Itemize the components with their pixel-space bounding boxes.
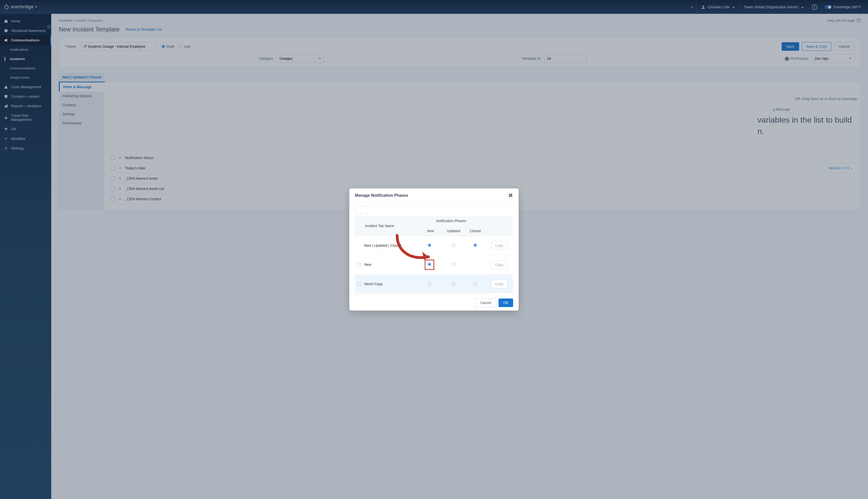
radio-updated[interactable] [452,263,455,266]
radio-new[interactable] [428,243,431,247]
phase-name: New [364,263,371,267]
modal-title: Manage Notification Phases [355,193,408,198]
phase-name: New | Updated | Closed [364,243,401,247]
radio-updated[interactable] [452,282,455,285]
col-tab-name: Incident Tab Name [355,216,417,236]
phase-toolbar-button[interactable] [355,206,368,213]
row-checkbox[interactable] [357,282,361,286]
phase-row: New | Updated | Closed Copy [355,236,513,255]
col-updated: Updated [442,226,465,236]
manage-phases-modal: Manage Notification Phases ✖ Incident Ta… [349,188,519,311]
modal-close-button[interactable]: ✖ [508,193,513,198]
radio-new[interactable] [428,282,431,285]
modal-overlay: Manage Notification Phases ✖ Incident Ta… [0,0,868,499]
col-group-header: Notification Phases [417,216,485,226]
col-closed: Closed [465,226,485,236]
radio-updated[interactable] [452,243,455,247]
modal-ok-button[interactable]: OK [498,299,513,307]
annotation-highlight [425,260,434,269]
radio-closed[interactable] [473,243,477,247]
phases-table: Incident Tab NameNotification Phases New… [355,216,513,293]
modal-cancel-button[interactable]: Cancel [475,299,496,307]
radio-new[interactable] [428,263,431,266]
copy-button[interactable]: Copy [491,280,508,288]
row-checkbox[interactable] [357,263,361,267]
copy-button[interactable]: Copy [491,241,508,250]
radio-closed[interactable] [473,282,477,285]
phase-row: New Copy [355,255,513,275]
phase-name: New2-Copy [364,282,383,286]
col-new: New [417,226,442,236]
phase-row: New2-Copy Copy [355,275,513,293]
copy-button[interactable]: Copy [491,260,508,269]
